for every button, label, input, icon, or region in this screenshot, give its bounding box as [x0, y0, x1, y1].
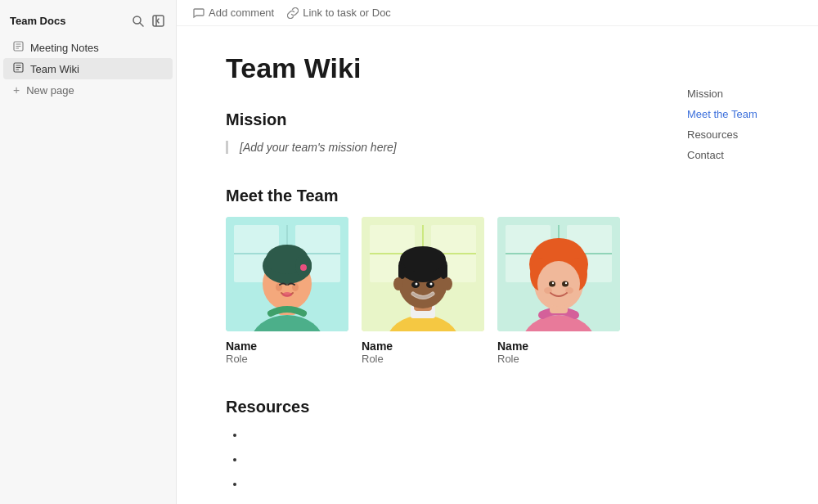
resource-item-1	[245, 428, 638, 441]
svg-point-67	[552, 282, 554, 284]
link-icon	[287, 7, 299, 19]
team-card-1: Name Role	[226, 217, 348, 365]
team-avatar-3	[497, 217, 620, 331]
search-button[interactable]	[130, 13, 146, 29]
team-member-3-role: Role	[497, 353, 620, 365]
sidebar-item-team-wiki-label: Team Wiki	[30, 63, 79, 75]
link-button[interactable]: Link to task or Doc	[287, 7, 391, 19]
collapse-icon	[152, 15, 164, 27]
comment-icon	[193, 7, 204, 19]
new-page-label: New page	[26, 84, 74, 97]
page-body: Team Wiki Mission [Add your team's missi…	[177, 26, 687, 504]
table-of-contents: Mission Meet the Team Resources Contact	[687, 26, 818, 504]
sidebar: Team Docs	[0, 0, 177, 504]
team-heading: Meet the Team	[226, 187, 638, 205]
mission-placeholder: [Add your team's mission here]	[226, 141, 638, 154]
svg-rect-40	[398, 264, 405, 279]
team-card-3: Name Role	[497, 217, 620, 365]
svg-point-27	[282, 292, 292, 297]
team-member-3-name: Name	[497, 340, 620, 353]
svg-rect-41	[441, 264, 447, 279]
sidebar-header-icons	[130, 13, 166, 29]
team-section: Meet the Team	[226, 187, 638, 365]
sidebar-item-meeting-notes[interactable]: Meeting Notes	[3, 37, 173, 58]
svg-line-1	[140, 23, 143, 26]
team-card-2: Name Role	[362, 217, 484, 365]
search-icon	[132, 15, 144, 27]
sidebar-item-meeting-notes-label: Meeting Notes	[30, 42, 99, 54]
link-label: Link to task or Doc	[303, 7, 391, 19]
new-page-button[interactable]: + New page	[3, 79, 173, 101]
collapse-button[interactable]	[151, 13, 166, 29]
svg-point-42	[393, 277, 403, 290]
toc-meet-the-team[interactable]: Meet the Team	[687, 106, 805, 123]
resources-heading: Resources	[226, 398, 638, 416]
resources-section: Resources	[226, 398, 638, 490]
toolbar: Add comment Link to task or Doc	[177, 0, 818, 26]
main-content: Add comment Link to task or Doc Team Wik…	[177, 0, 818, 504]
svg-point-46	[416, 283, 418, 286]
document-icon	[13, 41, 24, 54]
sidebar-item-team-wiki[interactable]: Team Wiki	[3, 58, 173, 79]
resource-item-2	[245, 452, 638, 466]
plus-icon: +	[13, 83, 20, 97]
document-icon-2	[13, 62, 24, 75]
sidebar-header: Team Docs	[0, 8, 176, 37]
add-comment-label: Add comment	[209, 7, 274, 19]
svg-point-43	[443, 277, 452, 290]
svg-point-66	[562, 281, 569, 287]
toc-contact[interactable]: Contact	[687, 146, 805, 164]
svg-point-47	[430, 283, 433, 286]
svg-point-24	[300, 264, 307, 271]
team-avatar-1	[226, 217, 348, 331]
page-title: Team Wiki	[226, 52, 638, 84]
add-comment-button[interactable]: Add comment	[193, 7, 274, 19]
resource-item-3	[245, 477, 638, 490]
toc-resources[interactable]: Resources	[687, 126, 805, 143]
team-member-1-role: Role	[226, 353, 348, 365]
svg-rect-2	[153, 16, 164, 26]
team-avatar-2	[362, 217, 484, 331]
sidebar-title: Team Docs	[10, 15, 65, 27]
svg-point-62	[537, 261, 580, 307]
team-member-1-name: Name	[226, 340, 348, 353]
team-member-2-name: Name	[362, 340, 484, 353]
mission-section: Mission [Add your team's mission here]	[226, 110, 638, 154]
team-grid: Name Role	[226, 217, 638, 365]
resources-list	[226, 428, 638, 490]
svg-point-39	[400, 246, 446, 272]
svg-point-68	[565, 282, 567, 284]
team-member-2-role: Role	[362, 353, 484, 365]
mission-heading: Mission	[226, 110, 638, 129]
toc-mission[interactable]: Mission	[687, 85, 805, 102]
svg-point-65	[549, 281, 555, 287]
